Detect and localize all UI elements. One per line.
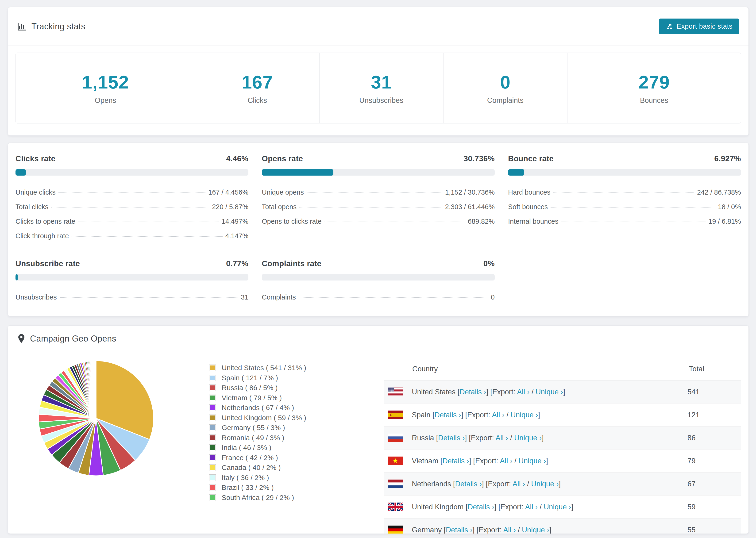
rate-rows: Hard bounces 242 / 86.738% Soft bounces … (508, 185, 741, 229)
legend-item: South Africa ( 29 / 2% ) (209, 493, 306, 503)
legend-swatch (209, 395, 216, 401)
bracket: [ (444, 526, 446, 534)
country-flag-nl (388, 480, 403, 488)
rate-row-value: 18 / 0% (718, 203, 741, 211)
rate-row-label: Complaints (262, 294, 296, 301)
details-link[interactable]: Details › (446, 526, 473, 534)
rates-card: Clicks rate 4.46% Unique clicks 167 / 4.… (8, 143, 749, 316)
export-basic-stats-button[interactable]: Export basic stats (659, 19, 739, 34)
export-unique-link[interactable]: Unique › (522, 526, 549, 534)
rate-row-value: 19 / 6.81% (708, 218, 741, 225)
country-row-vn: Vietnam [Details ›] [Export: All › / Uni… (384, 449, 741, 472)
country-flag-gb (388, 503, 403, 511)
stat-value: 0 (500, 72, 511, 93)
country-total: 79 (687, 457, 695, 465)
country-row-es: Spain [Details ›] [Export: All › / Uniqu… (384, 403, 741, 426)
progress-track (262, 169, 495, 176)
dashboard-page: Tracking stats Export basic stats 1,152 (0, 0, 756, 538)
export-unique-link[interactable]: Unique › (531, 480, 559, 488)
export-all-link[interactable]: All › (492, 411, 504, 419)
legend-item: Russia ( 86 / 5% ) (209, 383, 306, 393)
rate-row: Total clicks 220 / 5.87% (16, 199, 248, 214)
rate-row: Unsubscribes 31 (16, 290, 248, 304)
rate-title: Unsubscribe rate (16, 259, 80, 268)
legend-item: Spain ( 121 / 7% ) (209, 373, 306, 383)
rate-row-value: 2,303 / 61.446% (445, 203, 495, 211)
rate-value: 6.927% (714, 154, 741, 163)
legend-item: Brazil ( 33 / 2% ) (209, 483, 306, 493)
stat-cell-unsubscribes: 31 Unsubscribes (320, 53, 444, 123)
export-unique-link[interactable]: Unique › (536, 388, 563, 396)
bracket: ] (542, 434, 544, 442)
legend-label: France ( 42 / 2% ) (222, 454, 278, 462)
details-link[interactable]: Details › (438, 434, 465, 442)
rate-row-value: 1,152 / 30.736% (445, 188, 495, 196)
rate-row-label: Total opens (262, 203, 297, 211)
legend-swatch (209, 484, 216, 491)
legend-label: Canada ( 40 / 2% ) (222, 463, 281, 471)
rate-row-value: 0 (491, 294, 495, 301)
rate-head: Bounce rate 6.927% (508, 154, 741, 163)
rate-section-unsubscribe-rate: Unsubscribe rate 0.77% Unsubscribes 31 (16, 259, 248, 304)
export-all-link[interactable]: All › (503, 526, 515, 534)
export-unique-link[interactable]: Unique › (514, 434, 542, 442)
rate-rows: Complaints 0 (262, 290, 495, 304)
country-total: 121 (687, 411, 700, 419)
legend-item: Netherlands ( 67 / 4% ) (209, 403, 306, 413)
rate-value: 4.46% (226, 154, 248, 163)
rate-row-label: Hard bounces (508, 188, 551, 196)
pie-slice-other-40 (96, 361, 96, 418)
country-name: Vietnam (412, 457, 441, 465)
country-row-ru: Russia [Details ›] [Export: All › / Uniq… (384, 426, 741, 449)
country-name: United States (412, 388, 458, 396)
details-link[interactable]: Details › (468, 503, 495, 511)
dotted-leader (298, 297, 488, 298)
export-all-link[interactable]: All › (500, 457, 512, 465)
export-unique-link[interactable]: Unique › (518, 457, 546, 465)
slash: / (538, 503, 544, 511)
rate-value: 30.736% (464, 154, 495, 163)
dotted-leader (561, 222, 706, 222)
rate-head: Unsubscribe rate 0.77% (16, 259, 248, 268)
stat-cell-bounces: 279 Bounces (567, 53, 741, 123)
export-all-link[interactable]: All › (496, 434, 508, 442)
stat-value: 279 (638, 72, 670, 93)
details-link[interactable]: Details › (455, 480, 482, 488)
rate-row: Internal bounces 19 / 6.81% (508, 214, 741, 229)
bracket: ] [ (472, 526, 478, 534)
export-unique-link[interactable]: Unique › (544, 503, 571, 511)
country-name: Spain (412, 411, 432, 419)
country-total: 541 (687, 388, 700, 396)
export-icon (666, 23, 673, 30)
country-total: 59 (687, 503, 695, 511)
bracket: ] (538, 411, 540, 419)
country-total: 55 (687, 526, 695, 534)
export-unique-link[interactable]: Unique › (511, 411, 538, 419)
column-header-total: Total (689, 365, 704, 373)
rate-title: Complaints rate (262, 259, 321, 268)
stat-value: 31 (371, 72, 392, 93)
export-all-link[interactable]: All › (513, 480, 525, 488)
table-header-row: Country Total (384, 358, 741, 381)
rate-row: Soft bounces 18 / 0% (508, 199, 741, 214)
legend-swatch (209, 455, 216, 461)
export-all-link[interactable]: All › (525, 503, 537, 511)
details-link[interactable]: Details › (435, 411, 461, 419)
country-cell: Netherlands [Details ›] [Export: All › /… (412, 480, 561, 488)
rate-row-value: 14.497% (222, 218, 249, 225)
legend-item: Romania ( 49 / 3% ) (209, 433, 306, 443)
bracket: [ (436, 434, 438, 442)
rate-row-value: 242 / 86.738% (697, 188, 741, 196)
legend-swatch (209, 464, 216, 471)
bracket: ] [ (461, 411, 467, 419)
legend-item: Vietnam ( 79 / 5% ) (209, 393, 306, 403)
export-prefix: Export: (471, 434, 496, 442)
legend-swatch (209, 435, 216, 441)
export-all-link[interactable]: All › (517, 388, 529, 396)
rate-row-value: 689.82% (468, 218, 495, 225)
details-link[interactable]: Details › (459, 388, 486, 396)
legend-swatch (209, 385, 216, 391)
country-flag-us (388, 388, 403, 396)
details-link[interactable]: Details › (442, 457, 469, 465)
rate-row-label: Opens to clicks rate (262, 218, 322, 225)
